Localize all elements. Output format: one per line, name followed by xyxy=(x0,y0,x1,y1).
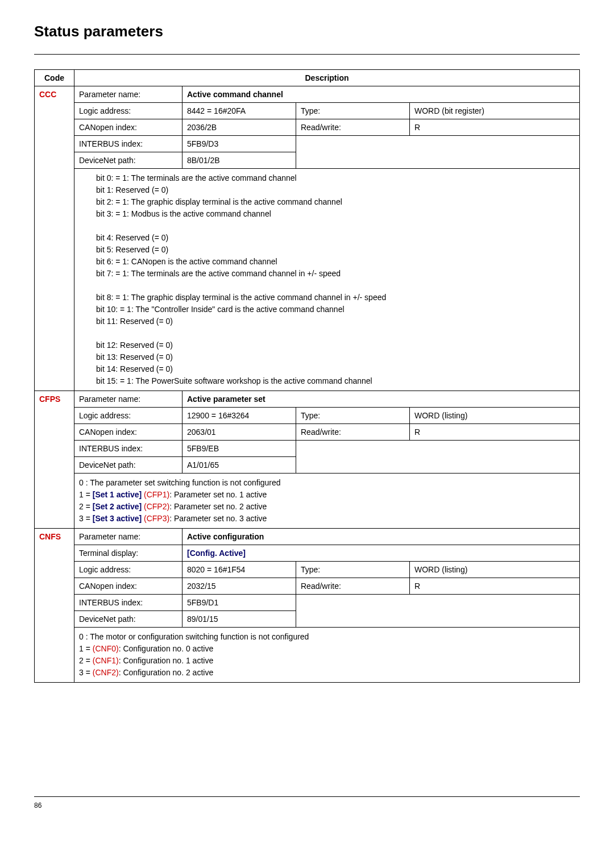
desc-line: 0 : The motor or configuration switching… xyxy=(79,631,575,643)
code-ccc: CCC xyxy=(35,86,74,391)
table-row: Logic address: 12900 = 16#3264 Type: WOR… xyxy=(35,408,580,424)
label-param-name: Parameter name: xyxy=(74,529,182,545)
desc-line: 1 = [Set 1 active] (CFP1): Parameter set… xyxy=(79,489,575,501)
label-interbus: INTERBUS index: xyxy=(74,441,182,457)
label-param-name: Parameter name: xyxy=(74,391,182,408)
cfps-canopen: 2063/01 xyxy=(182,424,296,441)
ccc-bits: bit 0: = 1: The terminals are the active… xyxy=(74,169,580,391)
table-row: CFPS Parameter name: Active parameter se… xyxy=(35,391,580,408)
table-row: INTERBUS index: 5FB9/D3 xyxy=(35,136,580,152)
table-row: INTERBUS index: 5FB9/EB xyxy=(35,441,580,457)
label-interbus: INTERBUS index: xyxy=(74,595,182,611)
label-type: Type: xyxy=(296,562,410,578)
label-rw: Read/write: xyxy=(296,119,410,136)
cfps-type: WORD (listing) xyxy=(410,408,580,424)
cnfs-logic-addr: 8020 = 16#1F54 xyxy=(182,562,296,578)
label-type: Type: xyxy=(296,103,410,119)
bottom-divider xyxy=(34,796,580,797)
label-terminal-display: Terminal display: xyxy=(74,545,182,562)
label-rw: Read/write: xyxy=(296,578,410,595)
ccc-name: Active command channel xyxy=(182,86,580,103)
bit-line: bit 4: Reserved (= 0) xyxy=(96,232,575,244)
label-logic-addr: Logic address: xyxy=(74,408,182,424)
cnfs-type: WORD (listing) xyxy=(410,562,580,578)
label-canopen: CANopen index: xyxy=(74,119,182,136)
parameter-table: Code Description CCC Parameter name: Act… xyxy=(34,69,580,683)
label-param-name: Parameter name: xyxy=(74,86,182,103)
table-row: Logic address: 8020 = 16#1F54 Type: WORD… xyxy=(35,562,580,578)
bit-line: bit 3: = 1: Modbus is the active command… xyxy=(96,208,575,220)
page-number: 86 xyxy=(34,801,580,809)
bit-line: bit 11: Reserved (= 0) xyxy=(96,315,575,327)
cfps-name: Active parameter set xyxy=(182,391,580,408)
cnfs-terminal-display: [Config. Active] xyxy=(182,545,580,562)
cfps-rw: R xyxy=(410,424,580,441)
cnfs-interbus: 5FB9/D1 xyxy=(182,595,296,611)
code-cnfs: CNFS xyxy=(35,529,74,683)
empty-cell xyxy=(296,136,580,169)
table-row: CANopen index: 2063/01 Read/write: R xyxy=(35,424,580,441)
bit-line: bit 6: = 1: CANopen is the active comman… xyxy=(96,256,575,268)
desc-line: 2 = [Set 2 active] (CFP2): Parameter set… xyxy=(79,501,575,513)
ccc-type: WORD (bit register) xyxy=(410,103,580,119)
cnfs-canopen: 2032/15 xyxy=(182,578,296,595)
empty-cell xyxy=(296,441,580,474)
bit-line: bit 5: Reserved (= 0) xyxy=(96,244,575,256)
cfps-interbus: 5FB9/EB xyxy=(182,441,296,457)
cnfs-desc: 0 : The motor or configuration switching… xyxy=(74,628,580,683)
ccc-logic-addr: 8442 = 16#20FA xyxy=(182,103,296,119)
desc-line: 3 = (CNF2): Configuration no. 2 active xyxy=(79,667,575,679)
ccc-devicenet: 8B/01/2B xyxy=(182,152,296,169)
bit-line: bit 14: Reserved (= 0) xyxy=(96,363,575,375)
label-type: Type: xyxy=(296,408,410,424)
label-devicenet: DeviceNet path: xyxy=(74,457,182,474)
table-row: bit 0: = 1: The terminals are the active… xyxy=(35,169,580,391)
label-rw: Read/write: xyxy=(296,424,410,441)
table-row: CNFS Parameter name: Active configuratio… xyxy=(35,529,580,545)
label-devicenet: DeviceNet path: xyxy=(74,152,182,169)
ccc-canopen: 2036/2B xyxy=(182,119,296,136)
table-row: CANopen index: 2036/2B Read/write: R xyxy=(35,119,580,136)
label-canopen: CANopen index: xyxy=(74,578,182,595)
bit-line: bit 10: = 1: The "Controller Inside" car… xyxy=(96,304,575,315)
ccc-rw: R xyxy=(410,119,580,136)
cfps-desc: 0 : The parameter set switching function… xyxy=(74,474,580,529)
table-header-row: Code Description xyxy=(35,70,580,86)
cnfs-devicenet: 89/01/15 xyxy=(182,611,296,628)
cfps-devicenet: A1/01/65 xyxy=(182,457,296,474)
table-row: 0 : The parameter set switching function… xyxy=(35,474,580,529)
label-devicenet: DeviceNet path: xyxy=(74,611,182,628)
bit-line: bit 0: = 1: The terminals are the active… xyxy=(96,172,575,184)
cfps-logic-addr: 12900 = 16#3264 xyxy=(182,408,296,424)
bit-line: bit 8: = 1: The graphic display terminal… xyxy=(96,292,575,304)
bit-line: bit 15: = 1: The PowerSuite software wor… xyxy=(96,375,575,387)
code-cfps: CFPS xyxy=(35,391,74,529)
table-row: CCC Parameter name: Active command chann… xyxy=(35,86,580,103)
label-interbus: INTERBUS index: xyxy=(74,136,182,152)
label-logic-addr: Logic address: xyxy=(74,103,182,119)
desc-line: 3 = [Set 3 active] (CFP3): Parameter set… xyxy=(79,513,575,525)
bit-line: bit 1: Reserved (= 0) xyxy=(96,184,575,196)
desc-line: 2 = (CNF1): Configuration no. 1 active xyxy=(79,655,575,667)
page-title: Status parameters xyxy=(34,23,580,40)
bit-line: bit 2: = 1: The graphic display terminal… xyxy=(96,196,575,208)
table-row: 0 : The motor or configuration switching… xyxy=(35,628,580,683)
desc-line: 0 : The parameter set switching function… xyxy=(79,477,575,489)
label-canopen: CANopen index: xyxy=(74,424,182,441)
header-code: Code xyxy=(35,70,74,86)
table-row: CANopen index: 2032/15 Read/write: R xyxy=(35,578,580,595)
bit-line: bit 13: Reserved (= 0) xyxy=(96,351,575,363)
table-row: Terminal display: [Config. Active] xyxy=(35,545,580,562)
table-row: Logic address: 8442 = 16#20FA Type: WORD… xyxy=(35,103,580,119)
cnfs-rw: R xyxy=(410,578,580,595)
ccc-interbus: 5FB9/D3 xyxy=(182,136,296,152)
top-divider xyxy=(34,54,580,55)
bit-line: bit 12: Reserved (= 0) xyxy=(96,339,575,351)
empty-cell xyxy=(296,595,580,628)
label-logic-addr: Logic address: xyxy=(74,562,182,578)
cnfs-name: Active configuration xyxy=(182,529,580,545)
header-description: Description xyxy=(74,70,580,86)
bit-line: bit 7: = 1: The terminals are the active… xyxy=(96,268,575,280)
table-row: INTERBUS index: 5FB9/D1 xyxy=(35,595,580,611)
desc-line: 1 = (CNF0): Configuration no. 0 active xyxy=(79,643,575,655)
